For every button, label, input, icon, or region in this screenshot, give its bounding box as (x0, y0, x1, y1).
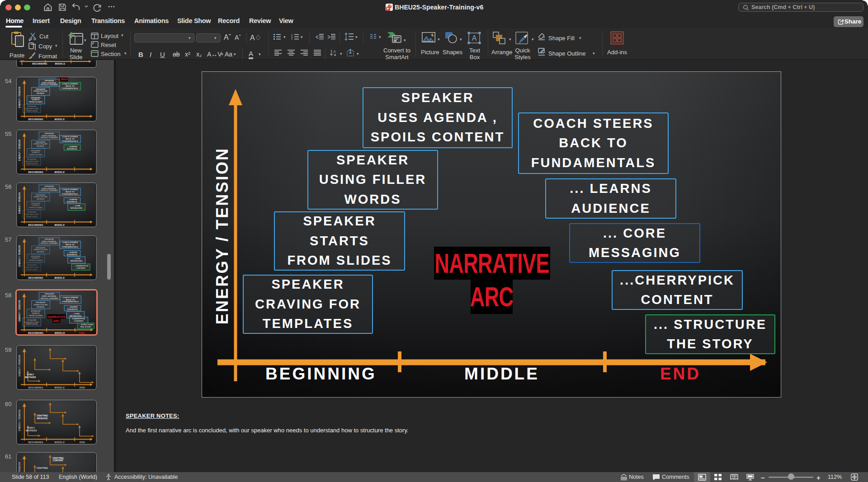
svg-text:BEGINNING: BEGINNING (28, 117, 43, 120)
svg-text:MESSAGING: MESSAGING (71, 260, 83, 262)
svg-text:THE STORY: THE STORY (80, 326, 91, 328)
svg-text:WORDS: WORDS (37, 92, 44, 94)
svg-text:MIDDLE: MIDDLE (55, 223, 65, 226)
svg-text:MISTAKES: MISTAKES (26, 429, 37, 431)
svg-text:ENERGY / TENSION: ENERGY / TENSION (19, 86, 21, 108)
svg-text:BEGINNING: BEGINNING (28, 386, 43, 389)
svg-text:BEGINNING: BEGINNING (28, 170, 43, 173)
svg-text:A: A (472, 34, 477, 42)
svg-text:ENERGY / TENSION: ENERGY / TENSION (19, 462, 21, 472)
svg-text:BEGINNING: BEGINNING (28, 223, 43, 226)
svg-text:MIDDLE: MIDDLE (55, 276, 65, 279)
svg-text:NARRATIVE: NARRATIVE (47, 315, 66, 318)
svg-text:FROM SLIDES: FROM SLIDES (29, 101, 42, 103)
svg-text:MESSAGE: MESSAGE (37, 417, 48, 419)
svg-text:FROM SLIDES: FROM SLIDES (29, 259, 42, 262)
svg-text:ENERGY / TENSION: ENERGY / TENSION (19, 355, 21, 376)
svg-text:FUNDAMENTALS: FUNDAMENTALS (62, 140, 78, 142)
svg-text:AUDIENCE: AUDIENCE (67, 253, 77, 255)
svg-text:BEGINNING: BEGINNING (28, 276, 43, 279)
svg-text:WORDS: WORDS (37, 198, 44, 200)
svg-text:SPOILS CONTENT: SPOILS CONTENT (41, 136, 58, 139)
svg-text:BEGINNING: BEGINNING (32, 62, 47, 65)
svg-text:TEMPLATES: TEMPLATES (26, 323, 38, 325)
svg-text:FROM SLIDES: FROM SLIDES (29, 314, 42, 317)
svg-text:TEMPLATES: TEMPLATES (26, 268, 38, 270)
svg-text:FUNDAMENTALS: FUNDAMENTALS (62, 300, 79, 303)
svg-text:END: END (80, 386, 85, 389)
svg-text:END: END (80, 440, 85, 443)
svg-text:CRAFTING: CRAFTING (37, 467, 48, 469)
svg-text:MESSAGING: MESSAGING (71, 207, 83, 209)
svg-text:ENERGY / TENSION: ENERGY / TENSION (19, 245, 21, 266)
svg-text:TEMPLATES: TEMPLATES (26, 215, 38, 217)
svg-text:SPOILS CONTENT: SPOILS CONTENT (41, 242, 58, 244)
svg-text:CONTENT: CONTENT (53, 459, 63, 462)
svg-text:CRAFTING: CRAFTING (52, 457, 64, 459)
svg-text:ENERGY / TENSION: ENERGY / TENSION (19, 409, 21, 431)
svg-text:ENERGY / TENSION: ENERGY / TENSION (19, 300, 21, 321)
svg-text:ARC: ARC (53, 319, 60, 323)
svg-text:A: A (333, 49, 336, 54)
svg-text:SPOILS CONTENT: SPOILS CONTENT (41, 84, 58, 86)
svg-text:MIDDLE: MIDDLE (55, 332, 65, 334)
svg-text:AUDIENCE: AUDIENCE (67, 147, 77, 150)
svg-text:WORDS: WORDS (37, 251, 44, 253)
svg-text:AUDIENCE: AUDIENCE (67, 308, 78, 310)
svg-text:BEGINNING: BEGINNING (28, 440, 43, 443)
svg-text:EARLY: EARLY (27, 374, 34, 376)
svg-text:WORDS: WORDS (37, 145, 44, 147)
svg-text:EARLY: EARLY (28, 427, 35, 429)
svg-text:ENERGY / TENSION: ENERGY / TENSION (19, 139, 21, 160)
svg-text:MIDDLE: MIDDLE (55, 170, 65, 173)
svg-text:BEGINNING: BEGINNING (28, 332, 43, 334)
svg-text:FROM SLIDES: FROM SLIDES (29, 206, 42, 209)
svg-text:FUNDAMENTALS: FUNDAMENTALS (62, 193, 78, 195)
svg-text:SPOILS CONTENT: SPOILS CONTENT (41, 189, 58, 192)
svg-text:CONTENT: CONTENT (74, 320, 84, 322)
svg-text:MESSAGING: MESSAGING (70, 315, 82, 317)
svg-text:WORDS: WORDS (37, 306, 44, 308)
svg-text:MISTAKES: MISTAKES (25, 376, 36, 379)
svg-text:MIDDLE: MIDDLE (55, 62, 66, 65)
svg-text:ENERGY / TENSION: ENERGY / TENSION (19, 192, 21, 213)
svg-text:SPOILS CONTENT: SPOILS CONTENT (41, 297, 58, 299)
svg-text:CONTENT: CONTENT (76, 267, 85, 269)
svg-text:MIDDLE: MIDDLE (55, 440, 65, 443)
svg-text:FUNDAMENTALS: FUNDAMENTALS (62, 246, 78, 248)
svg-text:FROM SLIDES: FROM SLIDES (29, 154, 42, 156)
svg-text:FUNDAMENTALS: FUNDAMENTALS (62, 87, 78, 89)
svg-text:END: END (79, 332, 85, 334)
svg-text:AUDIENCE: AUDIENCE (67, 200, 77, 202)
svg-text:MIDDLE: MIDDLE (55, 386, 65, 389)
svg-text:3: 3 (291, 38, 292, 40)
svg-text:P: P (387, 7, 389, 11)
svg-text:MIDDLE: MIDDLE (55, 117, 65, 120)
svg-text:TEMPLATES: TEMPLATES (26, 162, 38, 164)
svg-text:CRAFTING: CRAFTING (37, 414, 48, 416)
svg-text:TEMPLATES: TEMPLATES (26, 109, 38, 112)
